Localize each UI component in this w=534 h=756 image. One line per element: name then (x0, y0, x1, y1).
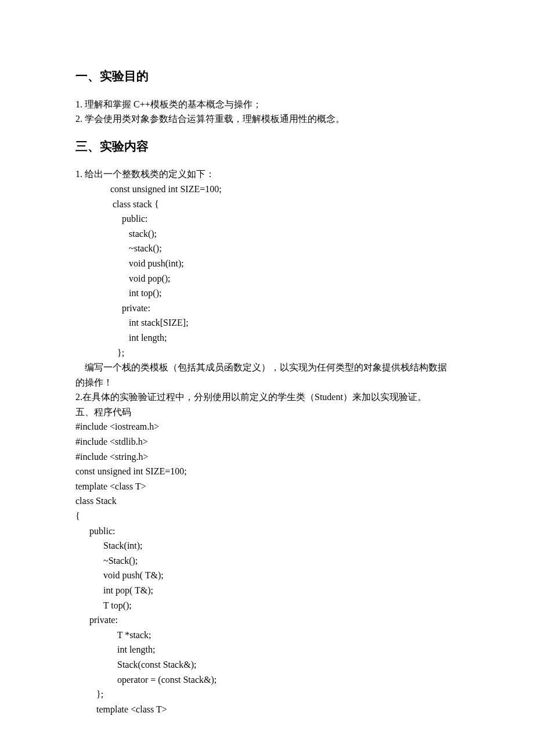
content-line: class Stack (75, 494, 464, 509)
content-line: void push(int); (75, 256, 464, 271)
content-line: 2.在具体的实验验证过程中，分别使用以前定义的学生类（Student）来加以实现… (75, 390, 464, 405)
heading-experiment-content: 三、实验内容 (75, 137, 464, 157)
content-line: }; (75, 345, 464, 361)
content-line: template <class T> (75, 479, 464, 494)
content-line: ~stack(); (75, 241, 464, 256)
content-line: int length; (75, 330, 464, 345)
content-line: int top(); (75, 286, 464, 301)
content-body: 1. 给出一个整数栈类的定义如下： const unsigned int SIZ… (75, 167, 464, 717)
content-line: private: (75, 301, 464, 316)
objective-item: 2. 学会使用类对象参数结合运算符重载，理解模板通用性的概念。 (75, 111, 464, 127)
content-line: #include <iostream.h> (75, 419, 464, 434)
content-line: class stack { (75, 197, 464, 212)
content-line: const unsigned int SIZE=100; (75, 464, 464, 479)
content-line: }; (75, 687, 464, 702)
content-line: { (75, 509, 464, 524)
content-line: void push( T&); (75, 568, 464, 583)
content-line: ~Stack(); (75, 553, 464, 568)
content-line: public: (75, 211, 464, 226)
content-line: int length; (75, 642, 464, 657)
content-line: #include <string.h> (75, 449, 464, 465)
content-line: 的操作！ (75, 375, 464, 390)
content-line: #include <stdlib.h> (75, 434, 464, 449)
content-line: int pop( T&); (75, 583, 464, 598)
content-line: T *stack; (75, 628, 464, 643)
content-line: Stack(int); (75, 538, 464, 553)
content-line: template <class T> (75, 702, 464, 717)
content-line: 五、程序代码 (75, 405, 464, 420)
content-line: public: (75, 524, 464, 539)
content-line: stack(); (75, 226, 464, 242)
content-line: int stack[SIZE]; (75, 315, 464, 330)
content-line: operator = (const Stack&); (75, 672, 464, 687)
content-line: const unsigned int SIZE=100; (75, 182, 464, 197)
content-line: void pop(); (75, 271, 464, 286)
heading-experiment-purpose: 一、实验目的 (75, 67, 464, 87)
content-line: Stack(const Stack&); (75, 657, 464, 672)
content-line: 1. 给出一个整数栈类的定义如下： (75, 167, 464, 182)
content-line: 编写一个栈的类模板（包括其成员函数定义），以实现为任何类型的对象提供栈结构数据 (75, 360, 464, 375)
objective-item: 1. 理解和掌握 C++模板类的基本概念与操作； (75, 97, 464, 112)
content-line: private: (75, 613, 464, 628)
section-spacer (75, 127, 464, 137)
content-line: T top(); (75, 598, 464, 613)
document-page: 一、实验目的 1. 理解和掌握 C++模板类的基本概念与操作； 2. 学会使用类… (0, 0, 534, 756)
